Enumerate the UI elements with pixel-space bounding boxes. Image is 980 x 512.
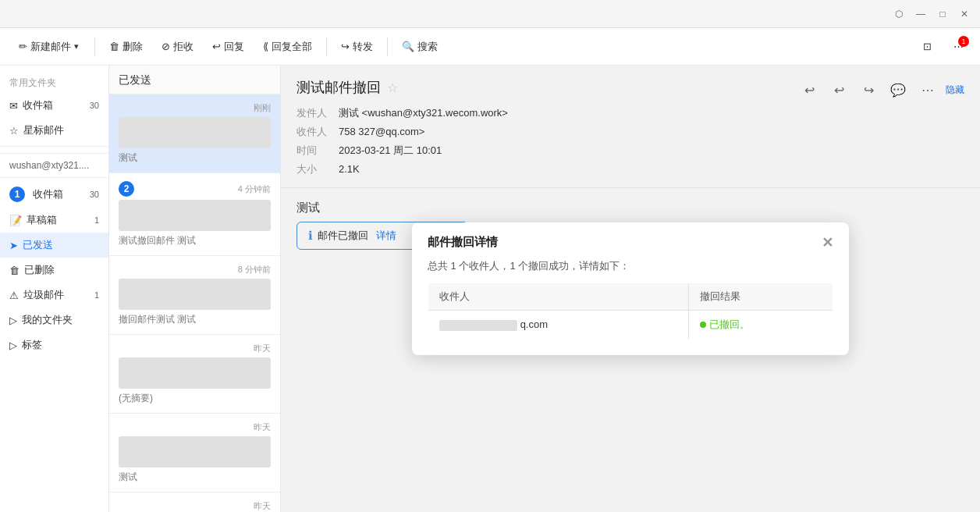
email-item-4[interactable]: 昨天 测试	[109, 414, 280, 492]
close-btn[interactable]: ✕	[955, 5, 974, 23]
email-item-0-top: 刚刚	[119, 102, 271, 114]
email-item-1[interactable]: 2 4 分钟前 测试撤回邮件 测试	[109, 173, 280, 256]
email-item-1-preview: 测试撤回邮件 测试	[119, 234, 271, 247]
result-success-0: 已撤回。	[700, 318, 822, 332]
tag-expand-icon: ▷	[9, 340, 17, 351]
result-cell-0: 已撤回。	[689, 311, 833, 340]
email-item-1-time: 4 分钟前	[238, 183, 271, 195]
email-item-2-preview: 撤回邮件测试 测试	[119, 313, 271, 326]
title-bar-controls: ⬡ — □ ✕	[889, 5, 974, 23]
email-item-3-preview: (无摘要)	[119, 392, 271, 405]
sidebar-item-inbox[interactable]: ✉ 收件箱 30	[0, 93, 108, 118]
sidebar-item-trash[interactable]: ⚠ 垃圾邮件 1	[0, 283, 108, 308]
email-item-2-thumb	[119, 279, 271, 310]
col-recipient-header: 收件人	[428, 283, 689, 311]
common-folders-label: 常用文件夹	[0, 72, 108, 93]
minimize-btn[interactable]: —	[911, 5, 930, 23]
sidebar-item-tags[interactable]: ▷ 标签	[0, 332, 108, 357]
deleted-icon: 🗑	[9, 265, 20, 276]
email-item-5[interactable]: 昨天 测试	[109, 492, 280, 512]
modal-header: 邮件撤回详情 ✕	[412, 222, 849, 259]
toolbar: ✏ 新建邮件 ▾ 🗑 删除 ⊘ 拒收 ↩ 回复 ⟪ 回复全部 ↪ 转发 🔍 搜索…	[0, 28, 980, 66]
new-mail-button[interactable]: ✏ 新建邮件 ▾	[9, 35, 88, 59]
search-button[interactable]: 🔍 搜索	[394, 35, 446, 59]
email-item-2-top: 8 分钟前	[119, 264, 271, 276]
toolbar-divider-3	[387, 37, 388, 56]
email-item-1-top: 2 4 分钟前	[119, 181, 271, 197]
toolbar-divider-1	[94, 37, 95, 56]
email-detail: 测试邮件撤回 ☆ ↩ ↩ ↪ 💬 ⋯ 隐藏	[281, 66, 980, 512]
sent-icon: ➤	[9, 240, 18, 251]
sidebar-item-my-folders[interactable]: ▷ 我的文件夹	[0, 308, 108, 332]
recipient-cell-0: q.com	[428, 311, 689, 340]
email-item-1-thumb	[119, 200, 271, 231]
sidebar-item-sent[interactable]: ➤ 已发送	[0, 233, 108, 258]
reject-icon: ⊘	[162, 41, 170, 52]
sidebar-account: wushan@xty321....	[0, 153, 108, 178]
forward-button[interactable]: ↪ 转发	[333, 35, 381, 59]
recipient-suffix-0: q.com	[520, 318, 548, 330]
modal-summary: 总共 1 个收件人，1 个撤回成功，详情如下：	[428, 259, 833, 273]
reject-button[interactable]: ⊘ 拒收	[154, 35, 201, 59]
reply-all-button[interactable]: ⟪ 回复全部	[255, 35, 320, 59]
col-result-header: 撤回结果	[689, 283, 833, 311]
main-content: 常用文件夹 ✉ 收件箱 30 ☆ 星标邮件 wushan@xty321.... …	[0, 66, 980, 512]
maximize-btn[interactable]: □	[933, 5, 952, 23]
notification-button[interactable]: ⋯ 1	[946, 34, 971, 59]
sidebar-item-draft[interactable]: 📝 草稿箱 1	[0, 208, 108, 233]
sidebar-item-inbox2[interactable]: 1 收件箱 30	[0, 181, 108, 208]
sidebar-item-starred[interactable]: ☆ 星标邮件	[0, 118, 108, 143]
compose-icon: ✏	[19, 41, 27, 52]
modal-overlay: 邮件撤回详情 ✕ 总共 1 个收件人，1 个撤回成功，详情如下： 收件人 撤回结…	[281, 66, 980, 512]
result-dot-0	[700, 322, 706, 328]
recall-table-row-0: q.com 已撤回。	[428, 311, 833, 340]
recall-table: 收件人 撤回结果 q.com	[428, 283, 833, 340]
modal-close-button[interactable]: ✕	[822, 236, 833, 250]
email-item-1-sender: 2	[119, 181, 137, 197]
collapse-btn[interactable]: ⬡	[889, 5, 908, 23]
email-item-3[interactable]: 昨天 (无摘要)	[109, 335, 280, 414]
sidebar-item-deleted[interactable]: 🗑 已删除	[0, 258, 108, 283]
email-item-2-time: 8 分钟前	[238, 264, 271, 276]
email-list-body: 刚刚 测试 2 4 分钟前 测试撤回邮件 测试	[109, 94, 280, 512]
sidebar-divider-1	[0, 146, 108, 147]
email-list: 已发送 刚刚 测试 2 4 分钟前 测试撤回邮	[109, 66, 281, 512]
email-item-4-top: 昨天	[119, 421, 271, 433]
draft-icon: 📝	[9, 215, 22, 226]
badge-2: 2	[119, 181, 134, 197]
inbox2-icon: 1	[9, 187, 28, 202]
layout-toggle-button[interactable]: ⊡	[914, 34, 939, 59]
email-item-0-preview: 测试	[119, 151, 271, 165]
delete-icon: 🗑	[109, 41, 119, 52]
reply-all-icon: ⟪	[263, 41, 268, 52]
email-item-5-time: 昨天	[254, 500, 271, 512]
email-item-4-thumb	[119, 436, 271, 468]
email-item-4-preview: 测试	[119, 471, 271, 484]
email-item-2[interactable]: 8 分钟前 撤回邮件测试 测试	[109, 256, 280, 335]
recall-detail-modal: 邮件撤回详情 ✕ 总共 1 个收件人，1 个撤回成功，详情如下： 收件人 撤回结…	[412, 222, 849, 355]
layout-icon: ⊡	[923, 41, 932, 52]
email-item-3-top: 昨天	[119, 343, 271, 354]
email-item-5-top: 昨天	[119, 500, 271, 512]
search-icon: 🔍	[402, 41, 414, 52]
inbox-icon: ✉	[9, 100, 18, 112]
badge-1: 1	[9, 187, 25, 202]
email-list-header: 已发送	[109, 66, 280, 94]
folder-expand-icon: ▷	[9, 315, 17, 326]
toolbar-notification-area: ⊡ ⋯ 1	[914, 34, 971, 59]
delete-button[interactable]: 🗑 删除	[101, 35, 151, 59]
modal-body: 总共 1 个收件人，1 个撤回成功，详情如下： 收件人 撤回结果	[412, 259, 849, 355]
email-item-3-time: 昨天	[254, 343, 271, 354]
email-item-4-time: 昨天	[254, 421, 271, 433]
toolbar-divider-2	[326, 37, 327, 56]
email-item-0-thumb	[119, 117, 271, 148]
reply-button[interactable]: ↩ 回复	[204, 35, 252, 59]
sidebar: 常用文件夹 ✉ 收件箱 30 ☆ 星标邮件 wushan@xty321.... …	[0, 66, 109, 512]
email-item-0-time: 刚刚	[254, 102, 271, 114]
modal-title: 邮件撤回详情	[428, 235, 498, 250]
email-item-0[interactable]: 刚刚 测试	[109, 94, 280, 173]
forward-icon: ↪	[341, 41, 350, 52]
reply-icon: ↩	[212, 41, 221, 52]
notification-badge: 1	[958, 36, 969, 47]
star-icon: ☆	[9, 125, 19, 137]
